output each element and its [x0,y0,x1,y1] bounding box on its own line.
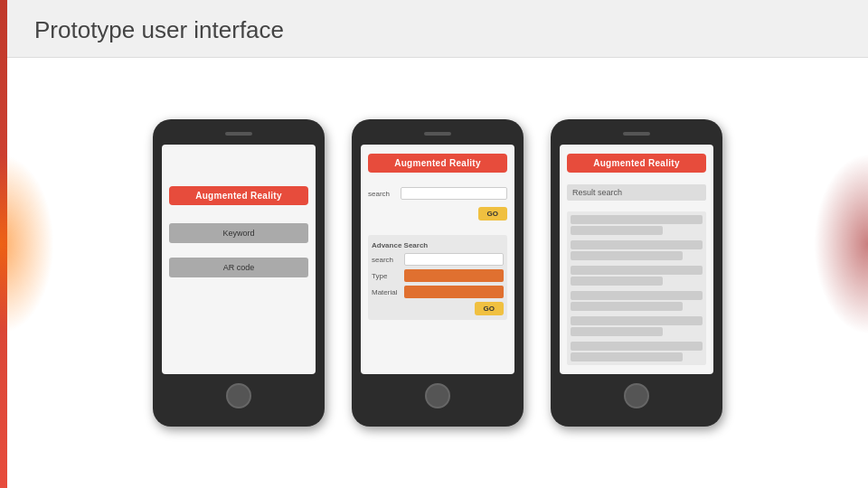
result-row [571,327,663,336]
phone-2-material-label: Material [372,288,401,296]
main-content: Prototype user interface Augmented Reali… [7,0,868,488]
result-row [571,226,663,235]
title-bar: Prototype user interface [7,0,868,58]
phone-3-screen: Augmented Reality Result search [560,145,713,374]
phone-1-ar-badge: Augmented Reality [169,186,308,205]
result-row [571,291,703,300]
result-row [571,352,683,361]
phone-2-type-label: Type [372,272,401,280]
phone-2-type-row: Type [372,269,504,282]
phone-2-go-btn-2[interactable]: GO [475,302,504,315]
phone-3: Augmented Reality Result search [551,119,722,427]
result-row [571,215,703,224]
result-row [571,277,663,286]
phone-2-advance-search-label2: search [372,256,401,264]
phone-3-ar-badge: Augmented Reality [567,154,706,173]
phone-2-material-row: Material [372,286,504,298]
phone-2-home-btn[interactable] [425,383,450,408]
phone-1-arcode-btn[interactable]: AR code [169,258,308,277]
result-row [571,240,703,249]
result-row [571,266,703,275]
phone-3-result-title: Result search [567,184,706,201]
left-accent [0,0,7,488]
phone-2-material-dropdown[interactable] [404,286,504,298]
result-row [571,251,683,260]
phone-2-screen: Augmented Reality search GO Advance Sear… [361,145,514,374]
phone-1-home-btn[interactable] [226,383,251,408]
phone-1: Augmented Reality Keyword AR code [153,119,325,427]
phone-1-screen: Augmented Reality Keyword AR code [162,145,316,374]
phone-2: Augmented Reality search GO Advance Sear… [352,119,524,427]
phone-2-go-btn[interactable]: GO [478,207,507,221]
phone-3-result-block [567,211,706,365]
page-title: Prototype user interface [34,16,841,44]
phone-2-advance-search-row: search [372,253,504,266]
phone-2-advance-label: Advance Search [372,241,504,249]
phone-2-advance-input[interactable] [404,253,504,266]
phone-2-speaker [424,132,451,136]
phone-2-search-input[interactable] [401,187,507,200]
phone-2-ar-badge: Augmented Reality [368,154,507,173]
result-row [571,316,703,325]
phone-2-type-dropdown[interactable] [404,269,504,282]
phone-2-search-row: search [368,187,507,200]
phones-area: Augmented Reality Keyword AR code Augmen… [7,58,868,488]
phone-2-advance-search: Advance Search search Type Material [368,235,507,320]
result-row [571,342,703,351]
phone-2-search-label: search [368,190,397,198]
phone-1-keyword-btn[interactable]: Keyword [169,223,308,243]
result-row [571,302,683,311]
phone-1-speaker [225,132,252,136]
phone-3-speaker [623,132,650,136]
phone-3-home-btn[interactable] [624,383,649,408]
